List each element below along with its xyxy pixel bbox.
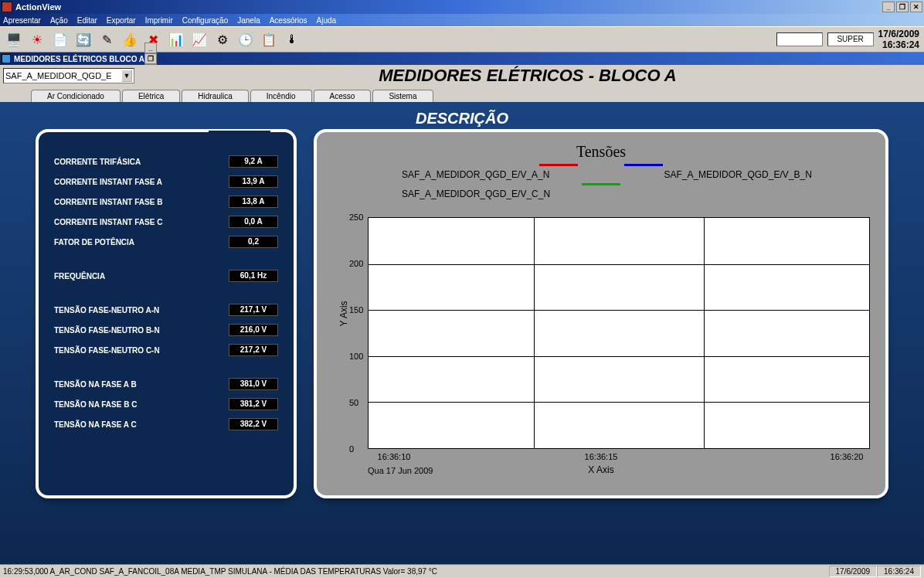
legend-item	[624, 164, 663, 166]
meter-value: 9,2 A	[229, 155, 278, 168]
status-field-1	[776, 32, 823, 46]
meter-select-dropdown[interactable]: SAF_A_MEDIDOR_QGD_E ▼	[3, 68, 134, 83]
meter-value: 13,8 A	[229, 196, 278, 208]
legend-swatch-red	[539, 164, 578, 166]
tab-row: Ar Condicionado Elétrica Hidraulica Incê…	[0, 87, 924, 102]
sun-icon[interactable]: ☀	[28, 30, 46, 49]
app-title: ActionView	[15, 2, 61, 12]
meter-label: TENSÃO FASE-NEUTRO B-N	[54, 326, 160, 335]
x-tick: 16:36:10	[378, 452, 411, 461]
menu-item[interactable]: Exportar	[107, 16, 136, 25]
y-tick: 250	[349, 212, 363, 222]
chevron-down-icon[interactable]: ▼	[121, 70, 132, 82]
menu-item[interactable]: Ajuda	[317, 16, 337, 25]
y-tick: 100	[349, 352, 363, 361]
menu-item[interactable]: Configuração	[182, 16, 228, 25]
chart-title: Tensões	[324, 140, 878, 164]
meter-panel: CORRENTE TRIFÁSICA9,2 A CORRENTE INSTANT…	[39, 132, 294, 495]
meter-label: FATOR DE POTÊNCIA	[54, 238, 134, 246]
thumbsup-icon[interactable]: 👍	[121, 30, 139, 49]
plot-area[interactable]	[368, 217, 870, 449]
meter-label: TENSÃO NA FASE A C	[54, 420, 137, 429]
meter-value: 381,2 V	[229, 398, 278, 410]
monitor-icon[interactable]: 🖥️	[5, 30, 23, 49]
section-title: DESCRIÇÃO	[0, 102, 924, 132]
menu-item[interactable]: Apresentar	[3, 16, 41, 25]
tab-acesso[interactable]: Acesso	[314, 90, 372, 102]
x-axis-label: X Axis	[588, 464, 613, 475]
menu-item[interactable]: Janela	[237, 16, 260, 25]
menu-item[interactable]: Imprimir	[145, 16, 173, 25]
meter-value: 60,1 Hz	[229, 270, 278, 282]
toolbar: 🖥️ ☀ 📄 🔄 ✎ 👍 ✖ 📊 📈 ⚙ 🕒 📋 🌡 SUPER 17/6/20…	[0, 26, 924, 53]
tab-sistema[interactable]: Sistema	[372, 90, 433, 102]
y-tick: 50	[349, 398, 358, 407]
y-tick: 0	[349, 444, 354, 454]
legend-item	[582, 183, 620, 185]
menu-item[interactable]: Acessórios	[270, 16, 307, 25]
legend-item: SAF_A_MEDIDOR_QGD_E/V_A_N SAF_A_MEDIDOR_…	[324, 169, 878, 180]
tab-eletrica[interactable]: Elétrica	[122, 90, 180, 102]
meter-label: TENSÃO FASE-NEUTRO C-N	[54, 346, 160, 355]
clock-icon[interactable]: 🕒	[236, 30, 255, 49]
x-date-label: Qua 17 Jun 2009	[368, 466, 433, 475]
legend-item: SAF_A_MEDIDOR_QGD_E/V_C_N	[324, 189, 878, 199]
minimize-button[interactable]: _	[882, 2, 895, 12]
sub-maximize-button[interactable]: ❐	[144, 53, 157, 64]
page-title: MEDIDORES ELÉTRICOS - BLOCO A	[134, 66, 921, 86]
chart-panel: Tensões SAF_A_MEDIDOR_QGD_E/V_A_N SAF_A_…	[317, 132, 885, 495]
meter-value: 0,2	[229, 236, 278, 248]
status-time: 16:36:24	[877, 566, 921, 577]
meter-value: 217,1 V	[229, 304, 278, 316]
network-icon[interactable]: ⚙	[213, 30, 232, 49]
page-icon[interactable]: 📄	[51, 30, 70, 49]
close-button[interactable]: ✕	[910, 2, 922, 12]
legend-item	[539, 164, 578, 166]
status-message: 16:29:53,000 A_AR_COND SAF_A_FANCOIL_08A…	[3, 567, 437, 576]
datetime-display: 17/6/2009 16:36:24	[878, 29, 919, 50]
time-label: 16:36:24	[878, 39, 919, 50]
date-label: 17/6/2009	[878, 29, 919, 39]
meter-label: TENSÃO NA FASE B C	[54, 400, 137, 409]
y-tick: 150	[349, 305, 363, 314]
role-field: SUPER	[827, 32, 874, 46]
tab-incendio[interactable]: Incêndio	[250, 90, 312, 102]
content-area: DESCRIÇÃO CORRENTE TRIFÁSICA9,2 A CORREN…	[0, 102, 924, 564]
sub-minimize-button[interactable]: _	[144, 42, 157, 53]
statusbar: 16:29:53,000 A_AR_COND SAF_A_FANCOIL_08A…	[0, 564, 924, 578]
meter-value: 381,0 V	[229, 378, 278, 390]
meter-value: 217,2 V	[229, 344, 278, 356]
x-tick: 16:36:20	[831, 452, 864, 461]
tab-hidraulica[interactable]: Hidraulica	[182, 90, 248, 102]
legend-label: SAF_A_MEDIDOR_QGD_E/V_C_N	[402, 189, 550, 199]
barchart-icon[interactable]: 📊	[167, 30, 185, 49]
header-row: SAF_A_MEDIDOR_QGD_E ▼ MEDIDORES ELÉTRICO…	[0, 65, 924, 87]
thermo-icon[interactable]: 🌡	[283, 30, 301, 49]
chart-legend: SAF_A_MEDIDOR_QGD_E/V_A_N SAF_A_MEDIDOR_…	[324, 164, 878, 199]
subwindow-icon	[2, 54, 11, 63]
refresh-icon[interactable]: 🔄	[74, 30, 93, 49]
chart2-icon[interactable]: 📈	[190, 30, 209, 49]
chart-area[interactable]: Tensões SAF_A_MEDIDOR_QGD_E/V_A_N SAF_A_…	[324, 140, 878, 488]
menubar: Apresentar Ação Editar Exportar Imprimir…	[0, 14, 924, 26]
meter-label: TENSÃO NA FASE A B	[54, 380, 137, 389]
panel-corner	[209, 131, 270, 146]
tab-ar-condicionado[interactable]: Ar Condicionado	[31, 90, 121, 102]
x-tick: 16:36:15	[585, 452, 618, 461]
pencil-icon[interactable]: ✎	[97, 30, 116, 49]
maximize-button[interactable]: ❐	[896, 2, 909, 12]
meter-value: 13,9 A	[229, 175, 278, 188]
app-titlebar: ActionView _ ❐ ✕	[0, 0, 924, 14]
dropdown-value: SAF_A_MEDIDOR_QGD_E	[5, 71, 112, 80]
meter-value: 216,0 V	[229, 324, 278, 336]
menu-item[interactable]: Ação	[50, 16, 68, 25]
meter-value: 382,2 V	[229, 418, 278, 430]
meter-label: CORRENTE INSTANT FASE B	[54, 198, 162, 206]
meter-label: CORRENTE INSTANT FASE A	[54, 178, 162, 186]
meter-label: FREQUÊNCIA	[54, 272, 105, 280]
doc-icon[interactable]: 📋	[260, 30, 278, 49]
menu-item[interactable]: Editar	[77, 16, 97, 25]
legend-label: SAF_A_MEDIDOR_QGD_E/V_A_N	[402, 169, 549, 180]
app-icon	[2, 2, 12, 12]
y-tick: 200	[349, 259, 363, 268]
